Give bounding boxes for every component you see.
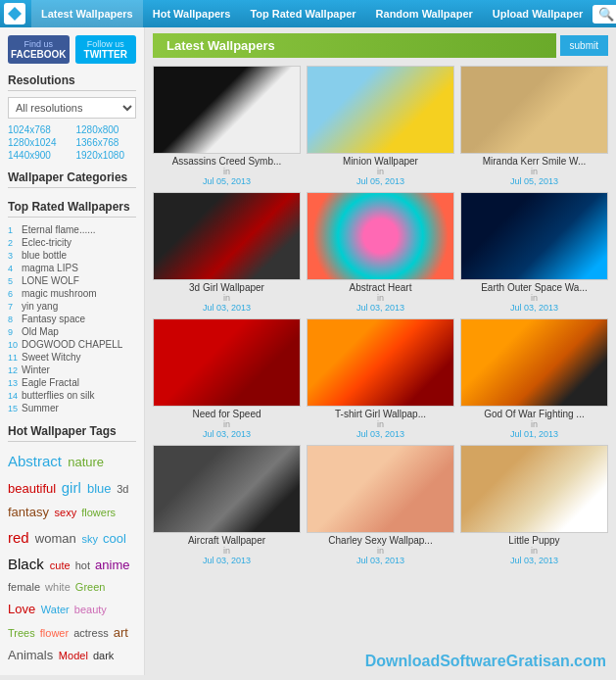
tag-nature[interactable]: nature xyxy=(68,455,104,469)
tag-cool[interactable]: cool xyxy=(103,531,126,546)
tag-flower[interactable]: flower xyxy=(40,627,71,639)
wallpaper-thumb-6 xyxy=(460,192,608,280)
tag-anime[interactable]: anime xyxy=(95,558,129,572)
tag-love[interactable]: Love xyxy=(8,602,39,616)
wallpaper-date-4: Jul 03, 2013 xyxy=(153,303,301,313)
top-rated-item-10[interactable]: 10DOGWOOD CHAPELL xyxy=(8,338,136,351)
nav-latest-wallpapers[interactable]: Latest Wallpapers xyxy=(31,0,143,27)
top-rated-item-2[interactable]: 2Eclec-tricity xyxy=(8,236,136,249)
top-rated-item-14[interactable]: 14butterflies on silk xyxy=(8,389,136,402)
wallpaper-item-5[interactable]: Abstract HeartinJul 03, 2013 xyxy=(307,192,454,313)
tag-abstract[interactable]: Abstract xyxy=(8,453,66,469)
tag-3d[interactable]: 3d xyxy=(117,483,128,495)
tag-trees[interactable]: Trees xyxy=(8,627,38,639)
res-1024x768[interactable]: 1024x768 xyxy=(8,124,69,135)
twitter-label: TWITTER xyxy=(77,49,135,60)
top-rated-item-11[interactable]: 11Sweet Witchy xyxy=(8,351,136,364)
wallpaper-in-label-6: in xyxy=(460,293,608,303)
wallpaper-title-11: Charley Sexy Wallpap... xyxy=(307,535,454,546)
tag-beauty[interactable]: beauty xyxy=(74,604,107,615)
categories-title: Wallpaper Categories xyxy=(8,170,136,188)
top-rated-item-15[interactable]: 15Summer xyxy=(8,402,136,414)
top-rated-item-7[interactable]: 7yin yang xyxy=(8,300,136,313)
sidebar: Find us FACEBOOK Follow us TWITTER Resol… xyxy=(0,27,145,675)
res-1440x900[interactable]: 1440x900 xyxy=(8,150,69,161)
wallpaper-item-10[interactable]: Aircraft WallpaperinJul 03, 2013 xyxy=(153,445,301,565)
tag-fantasy[interactable]: fantasy xyxy=(8,505,53,519)
tag-animals[interactable]: Animals xyxy=(8,648,57,662)
wallpaper-date-1: Jul 05, 2013 xyxy=(153,176,301,186)
search-icon: 🔍 xyxy=(598,7,614,22)
wallpaper-item-7[interactable]: Need for SpeedinJul 03, 2013 xyxy=(153,318,301,439)
hot-tags-title: Hot Wallpaper Tags xyxy=(8,424,136,442)
tag-sexy[interactable]: sexy xyxy=(55,507,80,518)
tag-red[interactable]: red xyxy=(8,529,33,546)
tag-blue[interactable]: blue xyxy=(87,481,115,496)
tag-woman[interactable]: woman xyxy=(35,531,80,546)
tag-flowers[interactable]: flowers xyxy=(81,507,116,518)
nav-hot-wallpapers[interactable]: Hot Wallpapers xyxy=(143,0,241,27)
tag-female[interactable]: female xyxy=(8,581,43,593)
wallpaper-item-11[interactable]: Charley Sexy Wallpap...inJul 03, 2013 xyxy=(307,445,454,565)
twitter-button[interactable]: Follow us TWITTER xyxy=(75,35,137,64)
tag-white[interactable]: white xyxy=(45,581,73,593)
tag-water[interactable]: Water xyxy=(41,604,72,615)
res-1280x1024[interactable]: 1280x1024 xyxy=(8,137,69,148)
top-rated-item-12[interactable]: 12Winter xyxy=(8,364,136,376)
find-us-label: Find us xyxy=(10,39,68,49)
wallpaper-in-label-3: in xyxy=(460,167,608,176)
section-header: Latest Wallpapers submit xyxy=(153,33,608,58)
wallpaper-thumb-5 xyxy=(307,192,454,280)
tag-girl[interactable]: girl xyxy=(62,479,85,496)
top-rated-item-5[interactable]: 5LONE WOLF xyxy=(8,274,136,287)
tag-sky[interactable]: sky xyxy=(81,533,101,545)
wallpaper-item-9[interactable]: God Of War Fighting ...inJul 01, 2013 xyxy=(460,318,608,439)
submit-button[interactable]: submit xyxy=(560,35,608,56)
wallpaper-thumb-8 xyxy=(307,318,454,407)
wallpaper-item-3[interactable]: Miranda Kerr Smile W...inJul 05, 2013 xyxy=(460,66,608,186)
tag-green[interactable]: Green xyxy=(75,581,106,593)
wallpaper-item-6[interactable]: Earth Outer Space Wa...inJul 03, 2013 xyxy=(460,192,608,313)
tag-dark[interactable]: dark xyxy=(93,650,114,661)
top-rated-item-9[interactable]: 9Old Map xyxy=(8,325,136,338)
nav-items: Latest Wallpapers Hot Wallpapers Top Rat… xyxy=(31,0,592,27)
top-rated-item-8[interactable]: 8Fantasy space xyxy=(8,313,136,325)
tag-beautiful[interactable]: beautiful xyxy=(8,481,60,496)
wallpaper-thumb-7 xyxy=(153,318,301,407)
res-1280x800[interactable]: 1280x800 xyxy=(76,124,137,135)
follow-us-label: Follow us xyxy=(77,39,135,49)
wallpaper-item-2[interactable]: Minion WallpaperinJul 05, 2013 xyxy=(307,66,454,186)
nav-random[interactable]: Random Wallpaper xyxy=(366,0,483,27)
res-1366x768[interactable]: 1366x768 xyxy=(76,137,137,148)
tag-model[interactable]: Model xyxy=(59,650,91,661)
wallpaper-date-7: Jul 03, 2013 xyxy=(153,429,301,439)
wallpaper-in-label-5: in xyxy=(307,293,454,303)
wallpaper-title-6: Earth Outer Space Wa... xyxy=(460,282,608,293)
tag-black[interactable]: Black xyxy=(8,556,48,572)
nav-upload[interactable]: Upload Wallpaper xyxy=(483,0,593,27)
wallpaper-thumb-9 xyxy=(460,318,608,407)
wallpaper-item-1[interactable]: Assassins Creed Symb...inJul 05, 2013 xyxy=(153,66,301,186)
top-rated-item-3[interactable]: 3blue bottle xyxy=(8,249,136,262)
tag-art[interactable]: art xyxy=(114,625,128,640)
wallpaper-date-12: Jul 03, 2013 xyxy=(460,556,608,565)
popular-resolutions: 1024x768 1280x800 1280x1024 1366x768 144… xyxy=(8,124,136,161)
tag-hot[interactable]: hot xyxy=(75,559,93,571)
top-rated-item-1[interactable]: 1Eternal flame...... xyxy=(8,223,136,236)
top-rated-item-13[interactable]: 13Eagle Fractal xyxy=(8,376,136,389)
tag-cute[interactable]: cute xyxy=(50,559,73,571)
resolution-select[interactable]: All resolutions xyxy=(8,97,136,119)
wallpaper-item-12[interactable]: Little PuppyinJul 03, 2013 xyxy=(460,445,608,565)
wallpaper-thumb-10 xyxy=(153,445,301,533)
wallpaper-item-8[interactable]: T-shirt Girl Wallpap...inJul 03, 2013 xyxy=(307,318,454,439)
wallpaper-date-6: Jul 03, 2013 xyxy=(460,303,608,313)
wallpaper-thumb-3 xyxy=(460,66,608,154)
top-rated-item-6[interactable]: 6magic mushroom xyxy=(8,287,136,300)
nav-top-rated[interactable]: Top Rated Wallpaper xyxy=(240,0,365,27)
res-1920x1080[interactable]: 1920x1080 xyxy=(76,150,137,161)
top-rated-item-4[interactable]: 4magma LIPS xyxy=(8,262,136,274)
wallpaper-thumb-1 xyxy=(153,66,301,154)
tag-actress[interactable]: actress xyxy=(73,627,112,639)
wallpaper-item-4[interactable]: 3d Girl WallpaperinJul 03, 2013 xyxy=(153,192,301,313)
facebook-button[interactable]: Find us FACEBOOK xyxy=(8,35,70,64)
